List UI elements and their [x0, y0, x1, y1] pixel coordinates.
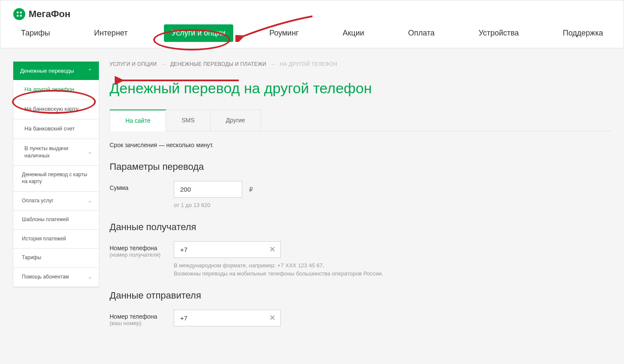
nav-internet[interactable]: Интернет	[86, 24, 136, 42]
amount-hint: от 1 до 13 820	[174, 201, 253, 210]
breadcrumb-services[interactable]: УСЛУГИ И ОПЦИИ	[110, 61, 157, 67]
tab-other[interactable]: Другие	[210, 109, 261, 131]
nav-support[interactable]: Поддержка	[555, 24, 611, 42]
chevron-down-icon: ⌄	[88, 149, 92, 156]
sidebar-item-templates[interactable]: Шаблоны платежей	[13, 210, 99, 230]
section-sender-title: Данные отправителя	[110, 290, 611, 301]
brand-logo[interactable]: МегаФон	[13, 8, 70, 20]
sidebar-item-pay-services[interactable]: Оплата услуг⌄	[13, 192, 99, 211]
sender-phone-input[interactable]	[174, 310, 281, 326]
recipient-phone-sublabel: (номер получателя)	[110, 252, 174, 258]
brand-name: МегаФон	[29, 9, 70, 20]
svg-point-0	[17, 12, 19, 14]
main-nav: Тарифы Интернет Услуги и опции Роуминг А…	[0, 24, 624, 48]
method-tabs: На сайте SMS Другие	[110, 109, 611, 131]
chevron-up-icon: ⌃	[88, 68, 92, 74]
sidebar-item-bank-account[interactable]: На банковский счет	[13, 119, 99, 139]
clear-icon[interactable]: ✕	[269, 245, 276, 254]
sidebar-item-tariffs[interactable]: Тарифы	[13, 249, 99, 268]
sidebar-item-bank-card[interactable]: На банковскую карту	[13, 100, 99, 119]
sidebar-header-label: Денежные переводы	[20, 68, 74, 74]
breadcrumb: УСЛУГИ И ОПЦИИ → ДЕНЕЖНЫЕ ПЕРЕВОДЫ И ПЛА…	[110, 61, 611, 67]
amount-label: Сумма	[110, 181, 174, 191]
sidebar-item-history[interactable]: История платежей	[13, 230, 99, 249]
svg-point-1	[17, 15, 19, 17]
nav-promo[interactable]: Акции	[335, 24, 372, 42]
sidebar-item-help[interactable]: Помощь абонентам⌄	[13, 268, 99, 287]
nav-services[interactable]: Услуги и опции	[164, 24, 233, 42]
currency-symbol: ₽	[249, 183, 253, 193]
phone-operators-hint: Возможны переводы на мобильные телефоны …	[174, 269, 383, 278]
phone-format-hint: В международном формате, например: +7 XX…	[174, 261, 383, 270]
nav-payment[interactable]: Оплата	[401, 24, 443, 42]
section-recipient-title: Данные получателя	[110, 222, 611, 233]
chevron-down-icon: ⌄	[88, 274, 92, 281]
nav-roaming[interactable]: Роуминг	[261, 24, 306, 42]
sender-phone-sublabel: (ваш номер)	[110, 320, 174, 326]
sidebar: Денежные переводы ⌃ На другой телефон На…	[13, 61, 99, 287]
breadcrumb-transfers[interactable]: ДЕНЕЖНЫЕ ПЕРЕВОДЫ И ПЛАТЕЖИ	[170, 61, 267, 67]
sidebar-item-card-to-card[interactable]: Денежный перевод с карты на карту	[13, 166, 99, 191]
sidebar-item-cash-points[interactable]: В пункты выдачи наличных⌄	[13, 139, 99, 166]
svg-point-3	[20, 15, 22, 17]
sidebar-item-other-phone[interactable]: На другой телефон	[13, 80, 99, 100]
nav-tariffs[interactable]: Тарифы	[13, 24, 58, 42]
amount-input[interactable]	[174, 181, 242, 198]
nav-devices[interactable]: Устройства	[471, 24, 526, 42]
section-params-title: Параметры перевода	[110, 161, 611, 172]
sidebar-header[interactable]: Денежные переводы ⌃	[13, 62, 99, 80]
separator-icon: →	[161, 61, 166, 67]
recipient-phone-input[interactable]	[174, 241, 281, 258]
page-title: Денежный перевод на другой телефон	[110, 80, 611, 97]
tab-website[interactable]: На сайте	[110, 109, 166, 131]
credit-time-note: Срок зачисления — несколько минут.	[110, 142, 611, 148]
recipient-phone-label: Номер телефона	[110, 245, 157, 252]
svg-point-2	[20, 12, 22, 14]
breadcrumb-current: НА ДРУГОЙ ТЕЛЕФОН	[280, 61, 337, 67]
chevron-down-icon: ⌄	[88, 198, 92, 204]
main-content: УСЛУГИ И ОПЦИИ → ДЕНЕЖНЫЕ ПЕРЕВОДЫ И ПЛА…	[110, 61, 611, 329]
clear-icon[interactable]: ✕	[269, 313, 276, 323]
separator-icon: →	[270, 61, 276, 67]
sender-phone-label: Номер телефона	[110, 313, 157, 320]
tab-sms[interactable]: SMS	[166, 109, 210, 131]
page-header: МегаФон Тарифы Интернет Услуги и опции Р…	[0, 0, 624, 48]
megafon-icon	[13, 8, 25, 20]
